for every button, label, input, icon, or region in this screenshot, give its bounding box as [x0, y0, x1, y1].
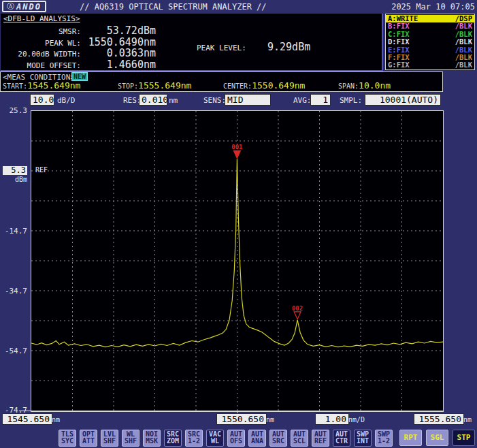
ando-logo-icon: Ⓐ	[7, 3, 14, 10]
sens-field[interactable]: MID	[225, 94, 271, 106]
meas-field-label: START:	[3, 82, 27, 90]
softkey-aut-ref[interactable]: AUTREF	[312, 430, 329, 447]
trace-name: G:FIX	[388, 61, 410, 69]
softkey-label-bottom: SHF	[101, 438, 118, 445]
softkey-lvl-shf[interactable]: LVLSHF	[101, 430, 118, 447]
analysis-row-label: PEAK WL:	[1, 39, 81, 48]
ando-logo-text: ANDO	[16, 2, 42, 12]
dfb-analysis-title: <DFB-LD ANALYSIS>	[3, 14, 80, 23]
softkey-vac-wl[interactable]: VACWL	[206, 430, 224, 447]
softkey-aut-ofs[interactable]: AUTOFS	[227, 430, 245, 447]
softkey-label-bottom: SHF	[122, 438, 139, 445]
softkey-label-bottom: SCL	[291, 438, 308, 445]
softkey-label-bottom: MSK	[144, 438, 160, 445]
softkey-aut-scl[interactable]: AUTSCL	[291, 430, 308, 447]
x-scale-unit: nm/D	[348, 416, 365, 423]
trace-row-g[interactable]: G:FIX/BLK	[386, 61, 474, 69]
marker-002-triangle	[294, 312, 301, 319]
y-tick-top: 25.3	[0, 106, 27, 115]
sweep-action-keys: RPTSGLSTP	[399, 430, 475, 446]
analysis-row: SMSR:53.72dBm	[1, 25, 232, 36]
meas-field-label: SPAN:	[338, 82, 359, 90]
softkey-label-bottom: INT	[355, 438, 371, 445]
x-center-field[interactable]: 1550.650	[216, 413, 267, 425]
dfb-ld-analysis-panel: <DFB-LD ANALYSIS> SMSR:53.72dBmPEAK WL:1…	[1, 14, 383, 71]
analysis-row-label: MODE OFFSET:	[1, 61, 81, 70]
trace-name: D:FIX	[388, 38, 410, 46]
x-scale-field[interactable]: 1.00	[315, 413, 349, 425]
trace-mode: /BLK	[455, 61, 472, 69]
peak-level-value: 9.29dBm	[267, 41, 310, 53]
y-axis-unit: dBm	[0, 176, 27, 183]
meas-field-span: SPAN:10.0nm	[338, 80, 391, 91]
x-start-field[interactable]: 1545.650	[2, 413, 52, 425]
x-stop-unit: nm	[463, 416, 472, 423]
softkey-label-bottom: ANA	[249, 438, 265, 445]
avg-label: AVG:	[293, 96, 312, 105]
analysis-row-label: 20.00dB WIDTH:	[1, 50, 81, 59]
trace-mode: /BLK	[455, 38, 472, 46]
header-bar: Ⓐ ANDO // AQ6319 OPTICAL SPECTRUM ANALYZ…	[0, 0, 477, 13]
meas-field-label: STOP:	[118, 82, 138, 90]
spectrum-plot: 001002 REF	[31, 110, 444, 412]
softkey-tls-syc[interactable]: TLSSYC	[59, 430, 76, 447]
x-stop-field[interactable]: 1555.650	[414, 413, 464, 425]
analysis-row: MODE OFFSET:1.4660nm	[1, 59, 232, 70]
analysis-row-value: 1.4660nm	[81, 59, 156, 71]
softkey-aut-src[interactable]: AUTSRC	[269, 430, 287, 447]
datetime: 2025 Mar 10 07:05	[391, 2, 475, 12]
meas-field-stop: STOP:1555.649nm	[118, 80, 191, 91]
y-tick-4: -54.7	[0, 347, 27, 355]
page-title: // AQ6319 OPTICAL SPECTRUM ANALYZER //	[80, 2, 267, 12]
softkey-label-bottom: SRC	[270, 438, 286, 445]
res-field[interactable]: 0.010	[139, 94, 167, 106]
action-key-stp[interactable]: STP	[453, 430, 475, 446]
softkey-label-bottom: WL	[207, 438, 223, 445]
softkey-row: TLSSYCOPTATTLVLSHFWLSHFNOIMSKSRCZOMSRC1-…	[59, 430, 393, 447]
x-center-unit: nm	[266, 416, 274, 423]
ref-level-field[interactable]: 5.3	[3, 166, 27, 175]
softkey-aut-ana[interactable]: AUTANA	[248, 430, 266, 447]
softkey-swp-int[interactable]: SWPINT	[354, 430, 372, 447]
level-scale-field[interactable]: 10.0	[30, 94, 54, 106]
smpl-label: SMPL:	[340, 96, 362, 105]
meas-field-label: CENTER:	[223, 82, 252, 90]
trace-row-d[interactable]: D:FIX/BLK	[386, 38, 474, 46]
meas-field-value: 1550.649nm	[252, 80, 305, 91]
action-key-sgl[interactable]: SGL	[426, 430, 448, 446]
softkey-wl-shf[interactable]: WLSHF	[122, 430, 139, 447]
softkey-label-bottom: ZOM	[165, 438, 181, 445]
marker-002-label: 002	[292, 305, 303, 312]
y-tick-3: -34.7	[0, 287, 27, 295]
softkey-src-zom[interactable]: SRCZOM	[164, 430, 182, 447]
analysis-row-value: 53.72dBm	[81, 25, 156, 37]
softkey-noi-msk[interactable]: NOIMSK	[143, 430, 161, 447]
marker-001-triangle	[233, 150, 240, 158]
meas-field-start: START:1545.649nm	[3, 80, 80, 91]
trace-a-line	[31, 159, 443, 347]
ref-line-label: REF	[35, 166, 48, 174]
softkey-label-bottom: 1-2	[376, 438, 392, 445]
softkey-label-bottom: 1-2	[186, 438, 202, 445]
ando-logo: Ⓐ ANDO	[2, 1, 46, 12]
softkey-opt-att[interactable]: OPTATT	[80, 430, 97, 447]
analysis-row-value: 1550.6490nm	[81, 36, 156, 48]
marker-001-label: 001	[231, 144, 242, 150]
y-axis-connector-line	[19, 411, 31, 411]
settings-row: 10.0 dB/D RES: 0.010 nm SENS: MID AVG: 1…	[0, 93, 477, 108]
softkey-aut-ctr[interactable]: AUTCTR	[333, 430, 350, 447]
osa-screen: Ⓐ ANDO // AQ6319 OPTICAL SPECTRUM ANALYZ…	[0, 0, 477, 448]
smpl-field[interactable]: 10001(AUTO)	[365, 94, 441, 106]
softkey-swp-1-2[interactable]: SWP1-2	[375, 430, 393, 447]
softkey-label-bottom: ATT	[80, 438, 97, 445]
meas-field-center: CENTER:1550.649nm	[223, 80, 305, 91]
analysis-row-value: 0.0363nm	[81, 47, 156, 59]
res-unit: nm	[169, 96, 178, 105]
softkey-label-bottom: OFS	[228, 438, 244, 445]
avg-field[interactable]: 1	[310, 94, 331, 106]
meas-condition-panel: <MEAS CONDITION> NEW START:1545.649nmSTO…	[0, 71, 443, 92]
action-key-rpt[interactable]: RPT	[399, 430, 422, 446]
softkey-src-1-2[interactable]: SRC1-2	[185, 430, 203, 447]
spectrum-plot-canvas: 001002	[31, 111, 443, 411]
sens-label: SENS:	[203, 96, 226, 105]
